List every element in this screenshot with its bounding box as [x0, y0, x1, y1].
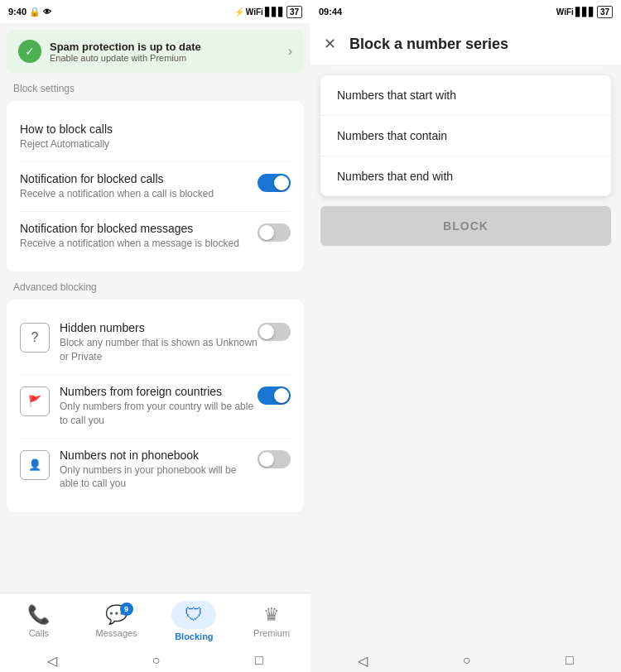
hidden-numbers-text: Hidden numbers Block any number that is … — [60, 321, 258, 364]
not-in-phonebook-toggle-knob — [259, 452, 274, 467]
nav-messages-label: Messages — [96, 628, 137, 638]
notification-messages-text: Notification for blocked messages Receiv… — [20, 222, 258, 251]
right-header: ✕ Block a number series — [310, 23, 621, 65]
block-settings-label: Block settings — [13, 83, 297, 94]
right-home-btn[interactable]: ○ — [463, 653, 471, 668]
nav-blocking-label: Blocking — [175, 631, 213, 641]
foreign-countries-item[interactable]: 🚩 Numbers from foreign countries Only nu… — [20, 375, 291, 439]
not-in-phonebook-item[interactable]: 👤 Numbers not in phonebook Only numbers … — [20, 439, 291, 502]
advanced-blocking-label: Advanced blocking — [13, 281, 297, 293]
not-in-phonebook-text: Numbers not in phonebook Only numbers in… — [60, 449, 258, 492]
bottom-nav: 📞 Calls 💬 9 Messages 🛡 Blocking ♛ Premiu… — [0, 593, 310, 649]
hidden-numbers-icon: ? — [20, 323, 50, 353]
right-title: Block a number series — [349, 36, 508, 53]
eye-icon: 👁 — [43, 7, 51, 17]
foreign-countries-icon: 🚩 — [20, 386, 50, 416]
notification-calls-toggle-knob — [274, 175, 289, 190]
wifi-icon: WiFi — [246, 7, 263, 17]
advanced-blocking-card: ? Hidden numbers Block any number that i… — [7, 300, 304, 512]
left-system-nav: ◁ ○ □ — [0, 649, 310, 672]
messages-badge: 9 — [120, 602, 133, 616]
not-in-phonebook-sub: Only numbers in your phonebook will be a… — [60, 463, 258, 492]
hidden-numbers-item[interactable]: ? Hidden numbers Block any number that i… — [20, 311, 291, 375]
spam-check-icon: ✓ — [18, 40, 41, 63]
how-to-block-title: How to block calls — [20, 122, 291, 136]
close-button[interactable]: ✕ — [324, 35, 336, 53]
notification-messages-sub: Receive a notification when a message is… — [20, 237, 249, 251]
blocking-bg: 🛡 — [171, 601, 216, 629]
right-status-right: WiFi ▋▋▋ 37 — [556, 6, 613, 18]
hidden-numbers-sub: Block any number that is shown as Unknow… — [60, 336, 258, 364]
how-to-block-sub: Reject Automatically — [20, 137, 291, 151]
nav-calls-label: Calls — [29, 628, 49, 638]
right-wifi-icon: WiFi — [556, 7, 574, 17]
block-button[interactable]: BLOCK — [320, 206, 611, 246]
hidden-numbers-toggle-knob — [259, 324, 274, 339]
spam-text: Spam protection is up to date Enable aut… — [50, 41, 201, 63]
blocking-icon: 🛡 — [185, 604, 203, 626]
right-signal-icon: ▋▋▋ — [575, 7, 595, 17]
how-to-block-item[interactable]: How to block calls Reject Automatically — [20, 113, 291, 162]
dropdown-card: Numbers that start with Numbers that con… — [320, 75, 611, 196]
left-panel: 9:40 🔒 👁 ⚡ WiFi ▋▋▋ 37 ✓ Spam protection… — [0, 0, 310, 672]
not-in-phonebook-toggle[interactable] — [258, 450, 291, 468]
premium-icon: ♛ — [263, 604, 280, 626]
notification-calls-toggle[interactable] — [258, 174, 291, 192]
hidden-numbers-title: Hidden numbers — [60, 321, 258, 334]
foreign-countries-toggle[interactable] — [258, 386, 291, 405]
notification-messages-title: Notification for blocked messages — [20, 222, 249, 235]
right-battery-icon: 37 — [597, 6, 613, 18]
notification-calls-title: Notification for blocked calls — [20, 172, 249, 185]
spam-banner-left: ✓ Spam protection is up to date Enable a… — [18, 40, 201, 63]
home-btn[interactable]: ○ — [152, 653, 161, 668]
nav-messages[interactable]: 💬 9 Messages — [78, 604, 156, 638]
notification-messages-toggle[interactable] — [258, 223, 291, 242]
right-recents-btn[interactable]: □ — [566, 653, 574, 668]
spam-subtitle: Enable auto update with Premium — [50, 53, 201, 63]
hidden-numbers-toggle[interactable] — [258, 323, 291, 341]
block-btn-container: BLOCK — [310, 206, 621, 246]
right-status-bar: 09:44 WiFi ▋▋▋ 37 — [310, 0, 621, 23]
foreign-countries-toggle-knob — [274, 388, 289, 403]
dropdown-item-contain[interactable]: Numbers that contain — [320, 116, 611, 156]
recents-btn[interactable]: □ — [255, 653, 263, 668]
right-spacer — [310, 246, 621, 649]
nav-premium-label: Premium — [253, 628, 290, 638]
foreign-countries-title: Numbers from foreign countries — [60, 385, 258, 398]
right-system-nav: ◁ ○ □ — [310, 649, 621, 672]
calls-icon: 📞 — [27, 604, 50, 626]
notification-calls-item[interactable]: Notification for blocked calls Receive a… — [20, 162, 291, 212]
not-in-phonebook-title: Numbers not in phonebook — [60, 449, 258, 462]
right-time: 09:44 — [319, 7, 342, 17]
spam-banner[interactable]: ✓ Spam protection is up to date Enable a… — [7, 30, 304, 73]
not-in-phonebook-icon: 👤 — [20, 450, 50, 480]
left-status-right: ⚡ WiFi ▋▋▋ 37 — [234, 6, 302, 18]
back-btn[interactable]: ◁ — [47, 653, 57, 669]
notification-messages-item[interactable]: Notification for blocked messages Receiv… — [20, 212, 291, 261]
bluetooth-icon: ⚡ — [234, 7, 244, 17]
left-status-left: 9:40 🔒 👁 — [8, 7, 51, 17]
dropdown-item-end[interactable]: Numbers that end with — [320, 156, 611, 196]
foreign-countries-text: Numbers from foreign countries Only numb… — [60, 385, 258, 428]
left-time: 9:40 — [8, 7, 26, 17]
foreign-countries-sub: Only numbers from your country will be a… — [60, 400, 258, 428]
right-panel: 09:44 WiFi ▋▋▋ 37 ✕ Block a number serie… — [310, 0, 621, 672]
notification-calls-sub: Receive a notification when a call is bl… — [20, 187, 249, 201]
notification-calls-text: Notification for blocked calls Receive a… — [20, 172, 258, 201]
block-settings-card: How to block calls Reject Automatically … — [7, 101, 304, 271]
left-status-bar: 9:40 🔒 👁 ⚡ WiFi ▋▋▋ 37 — [0, 0, 310, 23]
spam-chevron-icon: › — [288, 44, 292, 59]
right-back-btn[interactable]: ◁ — [358, 653, 368, 669]
dropdown-item-start[interactable]: Numbers that start with — [320, 75, 611, 116]
signal-icon: ▋▋▋ — [265, 7, 285, 17]
battery-icon: 37 — [286, 6, 302, 18]
spam-title: Spam protection is up to date — [50, 41, 201, 53]
nav-premium[interactable]: ♛ Premium — [233, 604, 310, 638]
nav-blocking[interactable]: 🛡 Blocking — [156, 601, 233, 641]
lock-icon: 🔒 — [29, 7, 41, 17]
nav-calls[interactable]: 📞 Calls — [0, 604, 78, 638]
left-scroll-area: ✓ Spam protection is up to date Enable a… — [0, 23, 310, 593]
notification-messages-toggle-knob — [259, 225, 274, 240]
